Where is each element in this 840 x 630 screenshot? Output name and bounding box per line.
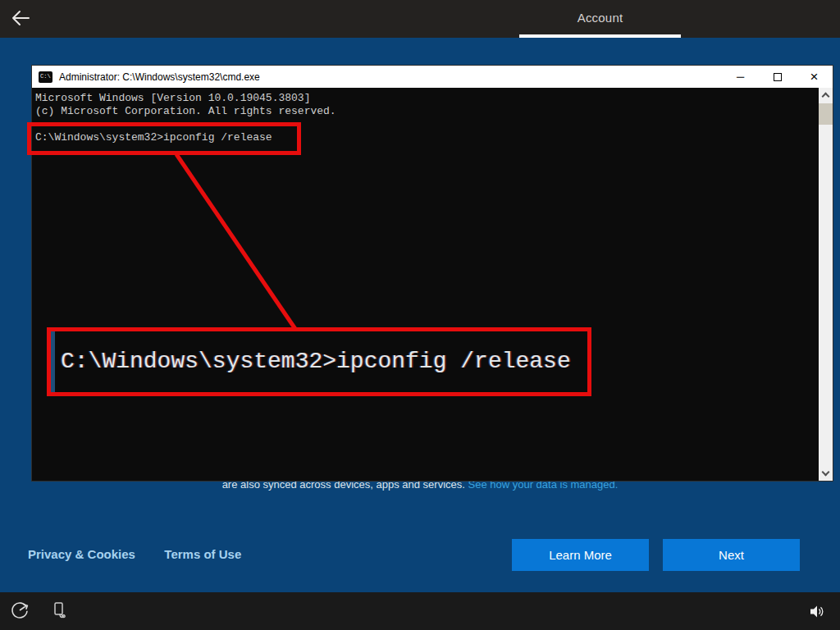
cmd-titlebar[interactable]: C:\ Administrator: C:\Windows\system32\c… xyxy=(32,66,833,88)
terminal-line: (c) Microsoft Corporation. All rights re… xyxy=(35,105,815,118)
minimize-button[interactable]: ─ xyxy=(722,66,759,88)
tab-account[interactable]: Account xyxy=(519,0,681,38)
magnified-command-text: C:\Windows\system32>ipconfig /release xyxy=(61,331,571,392)
terminal-scrollbar[interactable] xyxy=(819,88,833,481)
cmd-app-icon: C:\ xyxy=(39,71,52,83)
cmd-window: C:\ Administrator: C:\Windows\system32\c… xyxy=(31,65,833,482)
terminal-line: Microsoft Windows [Version 10.0.19045.38… xyxy=(35,92,815,105)
tab-account-underline xyxy=(519,34,681,38)
terminal-prompt-line: C:\Windows\system32>ipconfig /release xyxy=(35,131,815,144)
privacy-cookies-link[interactable]: Privacy & Cookies xyxy=(28,547,135,561)
ease-of-access-icon xyxy=(49,600,69,623)
learn-more-button[interactable]: Learn More xyxy=(512,539,649,571)
close-button[interactable]: × xyxy=(796,66,833,88)
back-arrow-icon xyxy=(10,7,31,31)
volume-icon xyxy=(810,605,825,621)
next-button[interactable]: Next xyxy=(663,539,800,571)
terminal-output[interactable]: Microsoft Windows [Version 10.0.19045.38… xyxy=(32,88,833,481)
oobe-account-screen: Account are also synced across devices, … xyxy=(0,0,840,630)
minimize-icon: ─ xyxy=(737,71,744,83)
bottom-taskbar xyxy=(0,592,840,630)
terminal-line xyxy=(35,118,815,131)
close-icon: × xyxy=(810,70,819,84)
scrollbar-up-button[interactable] xyxy=(819,88,833,102)
ease-of-access-button[interactable] xyxy=(49,601,69,621)
cmd-window-title: Administrator: C:\Windows\system32\cmd.e… xyxy=(59,71,260,83)
top-navigation-bar: Account xyxy=(0,0,840,38)
maximize-button[interactable] xyxy=(759,66,796,88)
terms-of-use-link[interactable]: Terms of Use xyxy=(164,547,241,561)
cmd-window-controls: ─ × xyxy=(722,66,833,88)
scrollbar-thumb[interactable] xyxy=(819,103,833,125)
scrollbar-down-button[interactable] xyxy=(819,467,833,481)
volume-button[interactable] xyxy=(807,603,827,623)
maximize-icon xyxy=(774,73,782,81)
chevron-up-icon xyxy=(822,93,830,101)
back-button[interactable] xyxy=(8,7,33,30)
tab-account-label: Account xyxy=(519,11,681,25)
magnified-window-edge xyxy=(51,331,55,392)
power-icon xyxy=(10,600,30,623)
chevron-down-icon xyxy=(822,468,830,477)
annotation-box-magnified: C:\Windows\system32>ipconfig /release xyxy=(47,327,591,396)
power-button[interactable] xyxy=(10,601,30,621)
footer-links: Privacy & Cookies Terms of Use xyxy=(28,547,267,562)
